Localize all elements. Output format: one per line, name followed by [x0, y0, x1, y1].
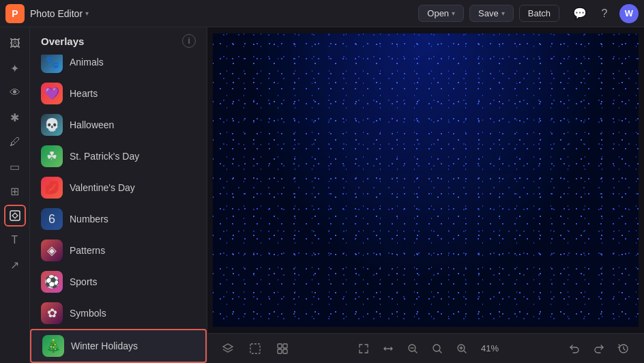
icon-stpatricks: ☘	[41, 145, 63, 167]
comment-button[interactable]: 💬	[570, 4, 589, 23]
zoom-in-button[interactable]	[452, 339, 471, 358]
tool-adjust[interactable]: ✦	[4, 57, 26, 79]
tool-overlays[interactable]	[4, 205, 26, 227]
main-area: 🖼 ✦ 👁 ✱ 🖊 ▭ ⊞ T ↗ Overlays i 🖌Brushes🌸Fl…	[0, 27, 644, 363]
app-name-label: Photo Editor	[30, 8, 83, 19]
fit-screen-button[interactable]	[354, 339, 373, 358]
tool-image[interactable]: 🖼	[4, 33, 26, 55]
sidebar-item-winterholidays[interactable]: 🎄Winter Holidays	[30, 329, 207, 363]
label-numbers: Numbers	[70, 214, 108, 224]
icon-halloween: 💀	[41, 114, 63, 136]
open-chevron: ▾	[452, 10, 455, 17]
sidebar-item-animals[interactable]: 🐾Animals	[30, 55, 207, 78]
label-sports: Sports	[70, 276, 97, 287]
app-logo: P	[5, 4, 25, 23]
sidebar-item-patterns[interactable]: ◈Patterns	[30, 235, 207, 266]
sidebar-item-hearts[interactable]: 💜Hearts	[30, 78, 207, 109]
sidebar-item-stpatricks[interactable]: ☘St. Patrick's Day	[30, 141, 207, 172]
icon-numbers: 6	[41, 208, 63, 230]
icon-hearts: 💜	[41, 83, 63, 104]
icon-patterns: ◈	[41, 239, 63, 261]
sidebar-title: Overlays	[41, 35, 84, 47]
zoom-out-button[interactable]	[403, 339, 422, 358]
icon-winterholidays: 🎄	[42, 335, 64, 357]
label-patterns: Patterns	[70, 245, 105, 256]
info-button[interactable]: i	[182, 34, 196, 48]
icon-symbols: ✿	[41, 302, 63, 324]
grid-button[interactable]	[273, 339, 292, 358]
tool-export[interactable]: ↗	[4, 254, 26, 276]
background-lights	[213, 33, 639, 327]
help-button[interactable]: ?	[595, 4, 614, 23]
sidebar-list: 🖌Brushes🌸Floral🌍Earth Day🔶GeometryAAlpha…	[30, 55, 207, 363]
svg-rect-3	[283, 344, 287, 348]
label-winterholidays: Winter Holidays	[71, 340, 138, 351]
redo-button[interactable]	[589, 339, 609, 358]
label-hearts: Hearts	[70, 88, 98, 99]
svg-rect-1	[250, 344, 260, 353]
svg-line-10	[439, 351, 441, 353]
tool-frames[interactable]: ▭	[4, 156, 26, 177]
save-button[interactable]: Save ▾	[469, 5, 514, 22]
layers-button[interactable]	[218, 339, 237, 358]
tool-elements[interactable]: ⊞	[4, 180, 26, 202]
label-animals: Animals	[70, 57, 104, 68]
label-stpatricks: St. Patrick's Day	[70, 151, 139, 162]
sidebar-item-symbols[interactable]: ✿Symbols	[30, 297, 207, 329]
open-button[interactable]: Open ▾	[418, 5, 464, 22]
open-label: Open	[427, 8, 449, 18]
actual-size-button[interactable]	[379, 339, 398, 358]
canvas-container[interactable]	[207, 27, 644, 333]
sidebar-item-valentines[interactable]: 💋Valentine's Day	[30, 172, 207, 203]
svg-line-8	[415, 351, 417, 353]
canvas-image	[213, 33, 639, 327]
canvas-area: 41%	[207, 27, 644, 363]
svg-rect-4	[278, 349, 282, 353]
app-name-chevron: ▾	[85, 10, 89, 17]
zoom-value: 41%	[477, 343, 503, 353]
bottom-toolbar: 41%	[207, 333, 644, 363]
svg-line-14	[464, 351, 466, 353]
bottom-right-tools	[565, 339, 633, 358]
tool-text[interactable]: T	[4, 229, 26, 251]
zoom-reset-button[interactable]	[428, 339, 447, 358]
svg-point-9	[433, 345, 440, 351]
transform-button[interactable]	[246, 339, 265, 358]
lights-overlay	[213, 33, 639, 327]
svg-rect-5	[283, 349, 287, 353]
header: P Photo Editor ▾ Open ▾ Save ▾ Batch 💬 ?…	[0, 0, 644, 27]
icon-valentines: 💋	[41, 177, 63, 199]
icon-sports: ⚽	[41, 271, 63, 293]
sidebar-item-sports[interactable]: ⚽Sports	[30, 266, 207, 297]
batch-label: Batch	[528, 8, 551, 18]
tool-filter[interactable]: 👁	[4, 82, 26, 104]
svg-rect-0	[10, 211, 20, 220]
sidebar-item-halloween[interactable]: 💀Halloween	[30, 109, 207, 141]
label-halloween: Halloween	[70, 119, 114, 130]
batch-button[interactable]: Batch	[519, 5, 559, 22]
label-symbols: Symbols	[70, 308, 106, 319]
undo-button[interactable]	[565, 339, 584, 358]
label-valentines: Valentine's Day	[70, 182, 135, 193]
tool-brush[interactable]: 🖊	[4, 131, 26, 153]
bottom-left-tools	[218, 339, 292, 358]
sidebar: Overlays i 🖌Brushes🌸Floral🌍Earth Day🔶Geo…	[30, 27, 207, 363]
save-label: Save	[478, 8, 499, 18]
sidebar-header: Overlays i	[30, 27, 207, 55]
app-name-button[interactable]: Photo Editor ▾	[30, 8, 89, 19]
left-toolbar: 🖼 ✦ 👁 ✱ 🖊 ▭ ⊞ T ↗	[0, 27, 30, 363]
svg-rect-2	[278, 344, 282, 348]
tool-retouch[interactable]: ✱	[4, 106, 26, 128]
sidebar-item-numbers[interactable]: 6Numbers	[30, 203, 207, 235]
bottom-center-tools: 41%	[354, 339, 503, 358]
avatar[interactable]: W	[619, 4, 639, 23]
save-chevron: ▾	[501, 10, 505, 17]
header-actions: 💬 ? W	[570, 4, 639, 23]
history-button[interactable]	[614, 339, 633, 358]
icon-animals: 🐾	[41, 55, 63, 73]
